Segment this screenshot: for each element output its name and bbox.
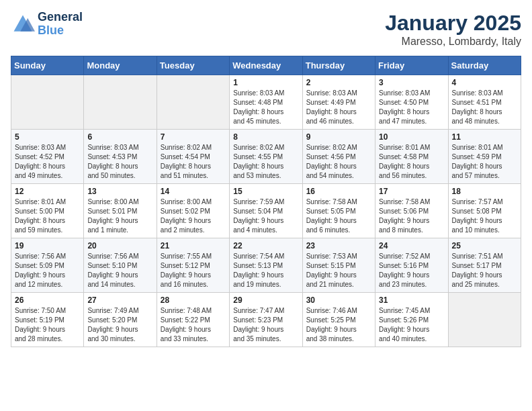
day-number: 3: [379, 78, 444, 87]
logo: General Blue: [11, 11, 83, 38]
calendar-cell: 5Sunrise: 8:03 AM Sunset: 4:52 PM Daylig…: [11, 130, 84, 184]
day-number: 22: [233, 241, 298, 250]
day-number: 23: [306, 241, 371, 250]
day-number: 2: [306, 78, 371, 87]
week-row-5: 26Sunrise: 7:50 AM Sunset: 5:19 PM Dayli…: [11, 293, 521, 347]
day-number: 12: [15, 187, 80, 196]
day-info: Sunrise: 7:56 AM Sunset: 5:10 PM Dayligh…: [87, 252, 152, 289]
day-number: 1: [233, 78, 298, 87]
weekday-header-wednesday: Wednesday: [230, 56, 302, 75]
calendar-table: SundayMondayTuesdayWednesdayThursdayFrid…: [11, 56, 521, 347]
calendar-cell: 30Sunrise: 7:46 AM Sunset: 5:25 PM Dayli…: [302, 293, 375, 347]
day-info: Sunrise: 7:59 AM Sunset: 5:04 PM Dayligh…: [233, 197, 298, 235]
weekday-header-thursday: Thursday: [302, 56, 375, 75]
calendar-cell: [11, 75, 84, 130]
day-info: Sunrise: 7:45 AM Sunset: 5:26 PM Dayligh…: [379, 306, 444, 344]
week-row-1: 1Sunrise: 8:03 AM Sunset: 4:48 PM Daylig…: [11, 75, 521, 130]
day-info: Sunrise: 7:50 AM Sunset: 5:19 PM Dayligh…: [15, 306, 80, 344]
day-number: 5: [15, 132, 80, 142]
day-info: Sunrise: 8:03 AM Sunset: 4:51 PM Dayligh…: [452, 89, 517, 126]
calendar-title: January 2025: [385, 11, 521, 36]
day-info: Sunrise: 8:02 AM Sunset: 4:55 PM Dayligh…: [233, 143, 298, 181]
page-header: General Blue January 2025 Maresso, Lomba…: [11, 11, 521, 48]
day-info: Sunrise: 7:54 AM Sunset: 5:13 PM Dayligh…: [233, 252, 298, 289]
day-number: 31: [379, 295, 444, 305]
day-info: Sunrise: 8:01 AM Sunset: 5:00 PM Dayligh…: [15, 197, 80, 235]
calendar-cell: 25Sunrise: 7:51 AM Sunset: 5:17 PM Dayli…: [448, 238, 521, 293]
calendar-cell: 27Sunrise: 7:49 AM Sunset: 5:20 PM Dayli…: [84, 293, 157, 347]
calendar-cell: [157, 75, 229, 130]
day-number: 25: [452, 241, 517, 250]
day-info: Sunrise: 8:03 AM Sunset: 4:49 PM Dayligh…: [306, 89, 371, 126]
day-number: 10: [379, 132, 444, 142]
calendar-cell: 8Sunrise: 8:02 AM Sunset: 4:55 PM Daylig…: [230, 130, 302, 184]
calendar-cell: 14Sunrise: 8:00 AM Sunset: 5:02 PM Dayli…: [157, 184, 229, 238]
calendar-cell: 6Sunrise: 8:03 AM Sunset: 4:53 PM Daylig…: [84, 130, 157, 184]
logo-text: General Blue: [38, 11, 83, 38]
day-info: Sunrise: 8:02 AM Sunset: 4:54 PM Dayligh…: [161, 143, 226, 181]
calendar-cell: 13Sunrise: 8:00 AM Sunset: 5:01 PM Dayli…: [84, 184, 157, 238]
day-info: Sunrise: 8:00 AM Sunset: 5:01 PM Dayligh…: [87, 197, 152, 235]
day-number: 6: [87, 132, 152, 142]
calendar-cell: 1Sunrise: 8:03 AM Sunset: 4:48 PM Daylig…: [230, 75, 302, 130]
calendar-cell: 31Sunrise: 7:45 AM Sunset: 5:26 PM Dayli…: [375, 293, 448, 347]
calendar-cell: 7Sunrise: 8:02 AM Sunset: 4:54 PM Daylig…: [157, 130, 229, 184]
week-row-4: 19Sunrise: 7:56 AM Sunset: 5:09 PM Dayli…: [11, 238, 521, 293]
calendar-cell: 15Sunrise: 7:59 AM Sunset: 5:04 PM Dayli…: [230, 184, 302, 238]
calendar-cell: 17Sunrise: 7:58 AM Sunset: 5:06 PM Dayli…: [375, 184, 448, 238]
day-number: 14: [161, 187, 226, 196]
day-number: 18: [452, 187, 517, 196]
day-number: 7: [161, 132, 226, 142]
calendar-cell: 16Sunrise: 7:58 AM Sunset: 5:05 PM Dayli…: [302, 184, 375, 238]
day-number: 20: [87, 241, 152, 250]
day-number: 4: [452, 78, 517, 87]
weekday-header-row: SundayMondayTuesdayWednesdayThursdayFrid…: [11, 56, 521, 75]
weekday-header-saturday: Saturday: [448, 56, 521, 75]
calendar-cell: 9Sunrise: 8:02 AM Sunset: 4:56 PM Daylig…: [302, 130, 375, 184]
day-info: Sunrise: 7:56 AM Sunset: 5:09 PM Dayligh…: [15, 252, 80, 289]
calendar-cell: 23Sunrise: 7:53 AM Sunset: 5:15 PM Dayli…: [302, 238, 375, 293]
calendar-cell: 28Sunrise: 7:48 AM Sunset: 5:22 PM Dayli…: [157, 293, 229, 347]
calendar-cell: [448, 293, 521, 347]
day-number: 13: [87, 187, 152, 196]
weekday-header-monday: Monday: [84, 56, 157, 75]
day-info: Sunrise: 8:03 AM Sunset: 4:52 PM Dayligh…: [15, 143, 80, 181]
day-info: Sunrise: 7:55 AM Sunset: 5:12 PM Dayligh…: [161, 252, 226, 289]
day-number: 8: [233, 132, 298, 142]
day-number: 28: [161, 295, 226, 305]
calendar-subtitle: Maresso, Lombardy, Italy: [385, 36, 521, 48]
day-info: Sunrise: 8:01 AM Sunset: 4:58 PM Dayligh…: [379, 143, 444, 181]
day-number: 29: [233, 295, 298, 305]
day-info: Sunrise: 8:00 AM Sunset: 5:02 PM Dayligh…: [161, 197, 226, 235]
day-number: 27: [87, 295, 152, 305]
calendar-cell: 26Sunrise: 7:50 AM Sunset: 5:19 PM Dayli…: [11, 293, 84, 347]
calendar-cell: 29Sunrise: 7:47 AM Sunset: 5:23 PM Dayli…: [230, 293, 302, 347]
day-info: Sunrise: 8:03 AM Sunset: 4:48 PM Dayligh…: [233, 89, 298, 126]
calendar-cell: 12Sunrise: 8:01 AM Sunset: 5:00 PM Dayli…: [11, 184, 84, 238]
day-info: Sunrise: 7:57 AM Sunset: 5:08 PM Dayligh…: [452, 197, 517, 235]
day-number: 24: [379, 241, 444, 250]
calendar-cell: [84, 75, 157, 130]
day-info: Sunrise: 7:46 AM Sunset: 5:25 PM Dayligh…: [306, 306, 371, 344]
day-info: Sunrise: 8:03 AM Sunset: 4:50 PM Dayligh…: [379, 89, 444, 126]
logo-icon: [11, 12, 35, 36]
day-info: Sunrise: 7:58 AM Sunset: 5:05 PM Dayligh…: [306, 197, 371, 235]
day-number: 11: [452, 132, 517, 142]
day-number: 17: [379, 187, 444, 196]
calendar-cell: 18Sunrise: 7:57 AM Sunset: 5:08 PM Dayli…: [448, 184, 521, 238]
week-row-2: 5Sunrise: 8:03 AM Sunset: 4:52 PM Daylig…: [11, 130, 521, 184]
day-info: Sunrise: 7:51 AM Sunset: 5:17 PM Dayligh…: [452, 252, 517, 289]
day-info: Sunrise: 8:03 AM Sunset: 4:53 PM Dayligh…: [87, 143, 152, 181]
day-info: Sunrise: 8:02 AM Sunset: 4:56 PM Dayligh…: [306, 143, 371, 181]
day-number: 16: [306, 187, 371, 196]
day-number: 9: [306, 132, 371, 142]
day-number: 21: [161, 241, 226, 250]
calendar-cell: 24Sunrise: 7:52 AM Sunset: 5:16 PM Dayli…: [375, 238, 448, 293]
day-info: Sunrise: 8:01 AM Sunset: 4:59 PM Dayligh…: [452, 143, 517, 181]
calendar-cell: 3Sunrise: 8:03 AM Sunset: 4:50 PM Daylig…: [375, 75, 448, 130]
day-info: Sunrise: 7:52 AM Sunset: 5:16 PM Dayligh…: [379, 252, 444, 289]
calendar-cell: 10Sunrise: 8:01 AM Sunset: 4:58 PM Dayli…: [375, 130, 448, 184]
day-number: 26: [15, 295, 80, 305]
day-number: 15: [233, 187, 298, 196]
weekday-header-friday: Friday: [375, 56, 448, 75]
